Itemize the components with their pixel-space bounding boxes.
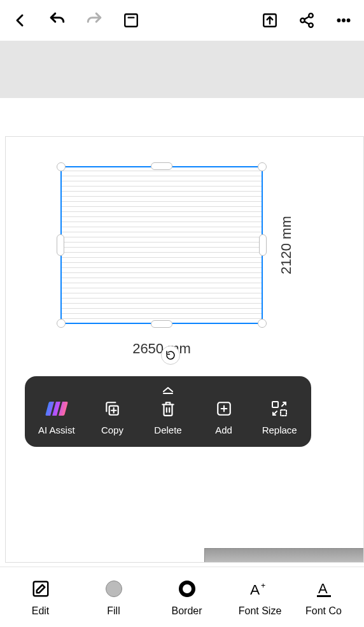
edit-label: Edit — [32, 605, 50, 617]
replace-label: Replace — [262, 425, 297, 435]
canvas-area[interactable]: 2650 mm 2120 mm AI Assist Copy — [0, 98, 364, 567]
delete-button[interactable]: Delete — [143, 399, 193, 435]
svg-rect-0 — [125, 14, 137, 27]
font-color-tool[interactable]: A Font Co — [297, 567, 351, 627]
rotate-handle[interactable] — [161, 346, 180, 365]
redo-icon — [86, 12, 102, 29]
chevron-up-icon — [162, 385, 174, 394]
page-edge-shadow — [204, 548, 363, 562]
svg-line-7 — [304, 17, 309, 19]
svg-point-9 — [337, 19, 340, 22]
save-icon — [123, 12, 139, 29]
svg-point-11 — [347, 19, 350, 22]
context-menu: AI Assist Copy Delete — [25, 376, 311, 447]
fill-icon — [102, 577, 125, 600]
expand-menu-button[interactable] — [25, 384, 311, 399]
bottom-toolbar: Edit Fill Border A+ Font Size A Font Co — [0, 567, 364, 627]
add-button[interactable]: Add — [199, 399, 249, 435]
svg-text:A: A — [318, 581, 328, 596]
svg-rect-23 — [33, 582, 48, 596]
selected-object[interactable]: 2650 mm 2120 mm — [57, 162, 267, 328]
add-label: Add — [215, 425, 232, 435]
delete-icon — [158, 399, 178, 418]
object-fill — [60, 166, 263, 324]
replace-icon — [270, 399, 289, 418]
resize-handle-right[interactable] — [259, 234, 267, 256]
fill-label: Fill — [107, 605, 120, 617]
resize-handle-tl[interactable] — [57, 162, 66, 171]
border-tool[interactable]: Border — [150, 567, 223, 627]
edit-tool[interactable]: Edit — [4, 567, 77, 627]
svg-line-8 — [304, 22, 309, 24]
save-button[interactable] — [122, 11, 140, 29]
export-button[interactable] — [261, 11, 279, 29]
svg-rect-22 — [281, 410, 286, 416]
resize-handle-left[interactable] — [57, 234, 64, 256]
back-button[interactable] — [11, 11, 29, 29]
undo-icon — [49, 12, 66, 29]
ai-assist-icon — [47, 399, 66, 418]
resize-handle-br[interactable] — [258, 319, 267, 328]
replace-button[interactable]: Replace — [254, 399, 305, 435]
font-color-icon: A — [312, 577, 335, 600]
svg-text:A: A — [249, 581, 260, 598]
height-label: 2120 mm — [278, 162, 295, 328]
svg-point-10 — [342, 19, 346, 22]
canvas-page[interactable]: 2650 mm 2120 mm AI Assist Copy — [5, 136, 364, 563]
fill-tool[interactable]: Fill — [77, 567, 150, 627]
delete-label: Delete — [154, 425, 181, 435]
font-size-label: Font Size — [239, 605, 282, 617]
svg-point-4 — [300, 18, 305, 23]
resize-handle-top[interactable] — [151, 162, 172, 170]
more-icon — [335, 12, 352, 29]
ai-assist-button[interactable]: AI Assist — [31, 399, 82, 435]
resize-handle-bottom[interactable] — [151, 320, 172, 328]
font-size-tool[interactable]: A+ Font Size — [223, 567, 297, 627]
top-toolbar — [0, 0, 364, 41]
header-band — [0, 41, 364, 98]
copy-button[interactable]: Copy — [87, 399, 137, 435]
copy-label: Copy — [101, 425, 123, 435]
more-button[interactable] — [335, 11, 353, 29]
svg-rect-21 — [272, 402, 278, 407]
resize-handle-tr[interactable] — [258, 162, 267, 171]
svg-text:+: + — [260, 581, 265, 590]
redo-button — [85, 11, 103, 29]
ai-assist-label: AI Assist — [38, 425, 75, 435]
edit-icon — [29, 577, 52, 600]
copy-icon — [102, 399, 122, 418]
undo-button[interactable] — [48, 11, 66, 29]
font-color-label: Font Co — [305, 605, 342, 617]
svg-rect-27 — [317, 595, 331, 597]
svg-point-6 — [309, 23, 313, 27]
add-icon — [214, 399, 234, 418]
export-icon — [262, 12, 278, 29]
share-icon — [298, 12, 315, 29]
resize-handle-bl[interactable] — [57, 319, 66, 328]
chevron-left-icon — [13, 13, 28, 28]
font-size-icon: A+ — [249, 577, 272, 600]
share-button[interactable] — [298, 11, 316, 29]
svg-point-5 — [309, 13, 313, 18]
border-label: Border — [171, 605, 202, 617]
rotate-icon — [165, 349, 176, 361]
border-icon — [176, 577, 199, 600]
